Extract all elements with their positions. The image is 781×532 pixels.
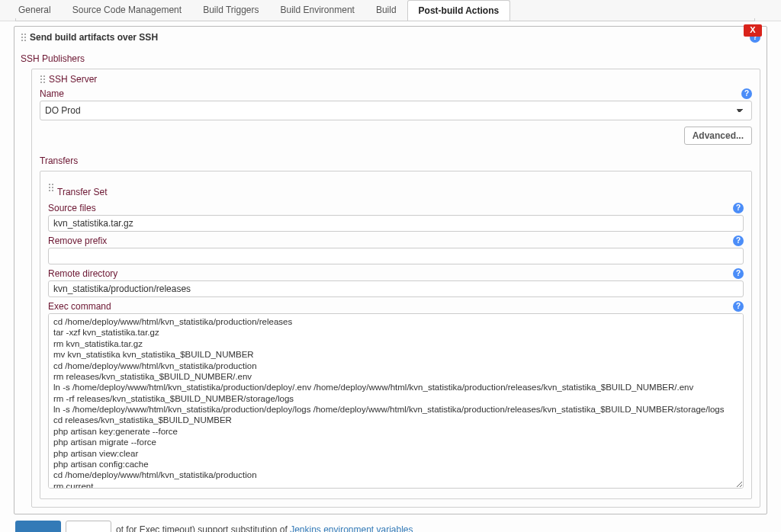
drag-handle-icon[interactable] (21, 33, 27, 42)
help-icon[interactable]: ? (741, 88, 752, 99)
ssh-publishers-label: SSH Publishers (21, 53, 760, 64)
exec-command-label: Exec command (48, 301, 111, 312)
delete-action-button[interactable]: X (744, 24, 762, 37)
ssh-server-label: SSH Server (49, 74, 97, 85)
transfers-label: Transfers (40, 155, 752, 166)
save-button[interactable] (15, 521, 61, 532)
footer-hint: ot for Exec timeout) support substitutio… (15, 521, 781, 532)
footer-hint-text: ot for Exec timeout) support substitutio… (116, 524, 290, 532)
transfer-set-box: Transfer Set Source files ? Remove prefi… (40, 171, 752, 499)
advanced-button[interactable]: Advanced... (684, 127, 752, 145)
source-files-label: Source files (48, 203, 96, 213)
transfer-set-label: Transfer Set (57, 187, 108, 197)
post-build-action-ssh: X Send build artifacts over SSH ? SSH Pu… (14, 26, 767, 514)
remove-prefix-input[interactable] (48, 248, 744, 264)
remove-prefix-label: Remove prefix (48, 236, 107, 246)
remote-directory-input[interactable] (48, 280, 744, 297)
remote-directory-label: Remote directory (48, 268, 117, 279)
source-files-input[interactable] (48, 215, 744, 232)
help-icon[interactable]: ? (733, 301, 744, 312)
exec-command-textarea[interactable] (48, 313, 744, 489)
help-icon[interactable]: ? (733, 236, 744, 246)
help-icon[interactable]: ? (733, 268, 744, 279)
help-icon[interactable]: ? (733, 203, 744, 213)
apply-button[interactable] (66, 521, 111, 532)
drag-handle-icon[interactable] (40, 75, 46, 84)
drag-handle-icon[interactable] (48, 183, 54, 192)
section-heading-cutoff (0, 18, 781, 21)
ssh-server-name-select[interactable]: DO Prod (40, 101, 752, 120)
ssh-server-box: SSH Server Name ? DO Prod Advanced... Tr… (31, 69, 760, 508)
name-label: Name (40, 88, 64, 99)
action-title: Send build artifacts over SSH (30, 32, 158, 43)
jenkins-env-vars-link[interactable]: Jenkins environment variables (290, 524, 413, 532)
